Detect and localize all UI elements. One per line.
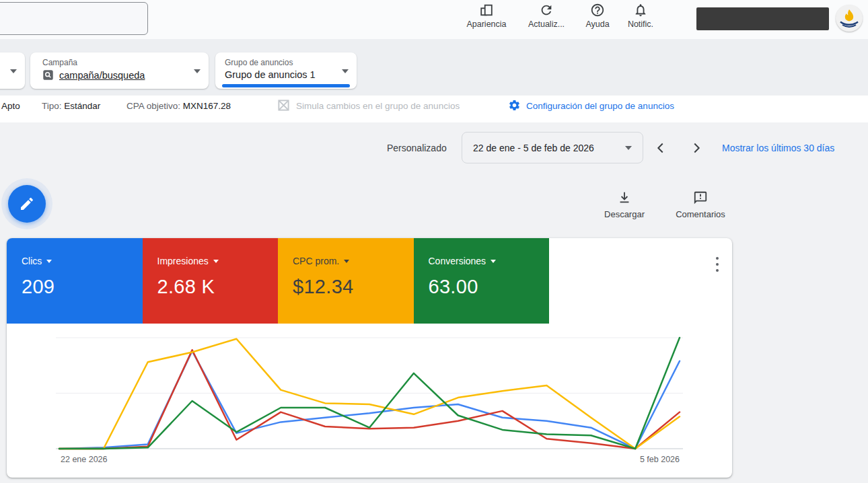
metric-value: 2.68 K	[157, 276, 279, 298]
type-label: Tipo:	[42, 101, 62, 111]
chevron-down-icon	[344, 260, 349, 263]
chevron-down-icon	[46, 260, 52, 263]
adgroup-value: Grupo de anuncios 1	[225, 69, 316, 80]
card-menu-button[interactable]	[712, 257, 723, 272]
avatar[interactable]	[836, 5, 863, 32]
show-last-30-days-link[interactable]: Mostrar los últimos 30 días	[722, 143, 834, 153]
metric-label: Impresiones	[157, 256, 209, 266]
campaign-selector[interactable]: Campaña campaña/busqueda	[30, 52, 209, 89]
simulate-changes-button[interactable]: Simula cambios en el grupo de anuncios	[296, 101, 460, 111]
gear-icon	[508, 99, 521, 114]
chevron-down-icon	[625, 146, 632, 150]
download-icon	[587, 190, 661, 205]
next-period-button[interactable]	[687, 139, 706, 157]
chevron-down-icon	[10, 69, 17, 73]
type-value: Estándar	[64, 101, 100, 111]
status-badge: Apto	[1, 101, 20, 111]
metric-tile-conversions[interactable]: Conversiones 63.00	[414, 238, 550, 324]
metric-label: CPC prom.	[293, 256, 339, 266]
chevron-left-icon	[653, 141, 668, 155]
active-tab-indicator	[222, 84, 350, 87]
performance-chart-card: Clics 209 Impresiones 2.68 K CPC prom. $…	[7, 238, 732, 478]
campaign-value[interactable]: campaña/busqueda	[59, 70, 145, 81]
metric-tile-clicks[interactable]: Clics 209	[7, 238, 143, 324]
account-info-redacted	[696, 7, 829, 30]
download-label: Descargar	[587, 209, 661, 219]
search-campaign-type-icon	[42, 69, 54, 81]
date-range-picker[interactable]: 22 de ene - 5 de feb de 2026	[462, 132, 643, 163]
feedback-icon	[663, 190, 737, 205]
adgroup-selector[interactable]: Grupo de anuncios Grupo de anuncios 1	[215, 52, 357, 89]
x-axis-end-label: 5 feb 2026	[7, 455, 680, 464]
dot	[716, 257, 719, 260]
simulate-disabled-icon	[277, 99, 290, 114]
notifications-label: Notific.	[610, 20, 671, 29]
edit-button[interactable]	[8, 185, 46, 223]
cpa-value: MXN167.28	[183, 101, 231, 111]
selector-stub-chip[interactable]	[0, 52, 25, 89]
metric-label: Clics	[22, 256, 42, 266]
comments-label: Comentarios	[663, 209, 737, 219]
adgroup-settings-button[interactable]: Configuración del grupo de anuncios	[526, 101, 674, 111]
date-range-value: 22 de ene - 5 de feb de 2026	[473, 143, 625, 153]
metric-value: 63.00	[429, 276, 550, 298]
comments-button[interactable]: Comentarios	[663, 190, 737, 219]
campaign-selector-label: Campaña	[42, 58, 199, 67]
chevron-right-icon	[689, 141, 704, 155]
dot	[716, 269, 719, 272]
dot	[716, 263, 719, 266]
metric-value: 209	[22, 276, 143, 298]
pencil-icon	[19, 196, 35, 212]
chevron-down-icon	[491, 260, 496, 263]
line-chart[interactable]	[7, 328, 732, 463]
flame-logo-icon	[836, 5, 863, 32]
chevron-down-icon	[194, 69, 201, 73]
download-button[interactable]: Descargar	[587, 190, 661, 219]
notifications-button[interactable]: Notific.	[610, 3, 671, 29]
cpa-label: CPA objetivo:	[126, 101, 180, 111]
appearance-label: Apariencia	[456, 20, 517, 29]
status-bar: Apto Tipo: Estándar CPA objetivo: MXN167…	[0, 98, 868, 118]
type-field: Tipo: Estándar	[42, 101, 100, 111]
metric-tile-avg-cpc[interactable]: CPC prom. $12.34	[278, 238, 414, 324]
metric-tile-impressions[interactable]: Impresiones 2.68 K	[143, 238, 279, 324]
adgroup-selector-label: Grupo de anuncios	[225, 58, 347, 67]
appearance-button[interactable]: Apariencia	[456, 3, 517, 29]
cpa-field: CPA objetivo: MXN167.28	[126, 101, 231, 111]
chevron-down-icon	[213, 260, 219, 263]
metric-label: Conversiones	[429, 256, 486, 266]
bell-icon	[610, 3, 671, 17]
metric-value: $12.34	[293, 276, 414, 298]
date-mode-label: Personalizado	[387, 143, 447, 153]
appearance-icon	[456, 3, 517, 17]
search-input[interactable]	[0, 2, 148, 35]
previous-period-button[interactable]	[651, 139, 670, 157]
chevron-down-icon	[342, 69, 349, 73]
